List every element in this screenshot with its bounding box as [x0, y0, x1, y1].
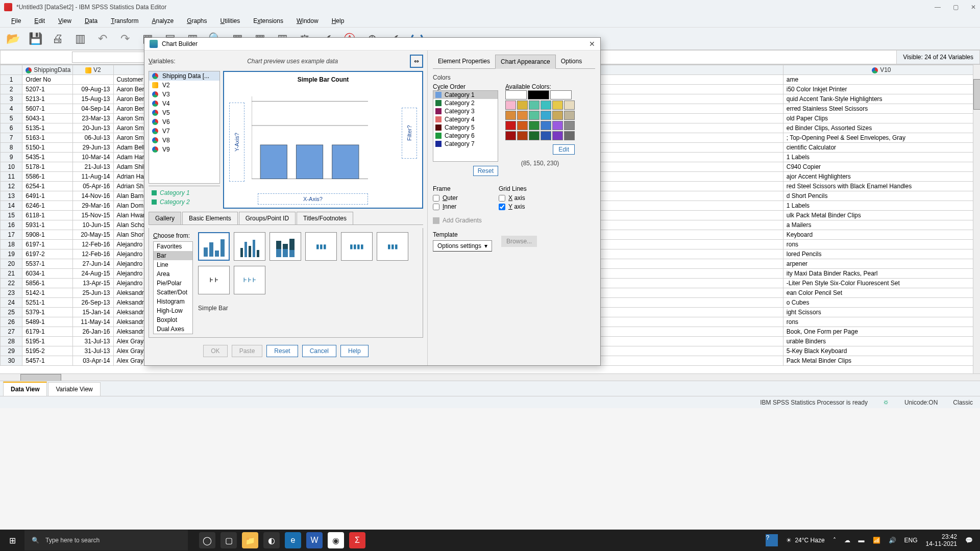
cell[interactable]: 15-Aug-13	[73, 94, 113, 104]
cycle-order-list[interactable]: Category 1Category 2Category 3Category 4…	[433, 90, 498, 162]
row-number[interactable]: 16	[1, 220, 22, 230]
cell[interactable]: Order No	[22, 75, 73, 85]
variables-list[interactable]: Shipping Data [...V2V3V4V5V6V7V8V9	[149, 71, 220, 184]
outer-frame-checkbox[interactable]: Outer	[433, 194, 458, 202]
vertical-scrollbar[interactable]	[973, 65, 980, 373]
x-axis-grid-checkbox[interactable]: X axis	[499, 194, 527, 202]
word-icon[interactable]: W	[306, 532, 323, 548]
palette-color[interactable]	[529, 131, 540, 140]
cell[interactable]: 31-Jul-13	[73, 337, 113, 346]
cell[interactable]: ulk Pack Metal Binder Clips	[783, 211, 979, 220]
cell[interactable]: d Short Pencils	[783, 191, 979, 201]
cell[interactable]: Pack Metal Binder Clips	[783, 356, 979, 366]
reset-button[interactable]: Reset	[266, 345, 298, 357]
menu-window[interactable]: Window	[290, 16, 325, 26]
row-number[interactable]: 8	[1, 143, 22, 153]
row-number[interactable]: 1	[1, 75, 22, 85]
cell[interactable]: 5195-2	[22, 346, 73, 356]
cell[interactable]: 14-Nov-16	[73, 191, 113, 201]
row-number[interactable]: 23	[1, 288, 22, 298]
weather-widget[interactable]: ☀24°C Haze	[786, 537, 824, 544]
cell[interactable]: 5856-1	[22, 279, 73, 288]
row-number[interactable]: 12	[1, 182, 22, 191]
inner-frame-checkbox[interactable]: Inner	[433, 203, 458, 210]
cell[interactable]: 5195-1	[22, 337, 73, 346]
open-file-icon[interactable]: 📂	[5, 31, 20, 46]
col-header-v2[interactable]: V2	[73, 65, 113, 75]
spss-icon[interactable]: Σ	[349, 532, 365, 548]
volume-icon[interactable]: 🔊	[889, 537, 896, 544]
palette-color[interactable]	[517, 111, 528, 120]
cell[interactable]: 1 Labels	[783, 201, 979, 211]
cell[interactable]: ed Binder Clips, Assorted Sizes	[783, 123, 979, 133]
close-button[interactable]: ✕	[971, 4, 976, 11]
cell[interactable]: ean Color Pencil Set	[783, 288, 979, 298]
cycle-category-item[interactable]: Category 4	[433, 115, 498, 123]
task-view-icon[interactable]: ◯	[199, 532, 215, 548]
cell[interactable]: 26-Sep-13	[73, 298, 113, 308]
palette-color[interactable]	[552, 101, 563, 110]
cycle-category-item[interactable]: Category 7	[433, 140, 498, 148]
language-indicator[interactable]: ENG	[904, 537, 918, 544]
cell[interactable]: 06-Jul-13	[73, 133, 113, 143]
tab-basic-elements[interactable]: Basic Elements	[182, 212, 238, 224]
cell[interactable]: C940 Copier	[783, 162, 979, 172]
palette-color[interactable]	[505, 90, 527, 99]
cell[interactable]: 26-Jan-16	[73, 327, 113, 337]
palette-color[interactable]	[552, 111, 563, 120]
cell[interactable]: a Mailers	[783, 220, 979, 230]
cell[interactable]	[73, 75, 113, 85]
cycle-category-item[interactable]: Category 6	[433, 132, 498, 140]
cell[interactable]: 5379-1	[22, 308, 73, 317]
cell[interactable]: 5-Key Black Keyboard	[783, 346, 979, 356]
palette-color[interactable]	[505, 121, 516, 130]
chart-type-item[interactable]: Histogram	[154, 297, 192, 306]
cell[interactable]: 5457-1	[22, 356, 73, 366]
variable-item[interactable]: V5	[149, 108, 219, 117]
palette-color[interactable]	[541, 121, 551, 130]
category-item[interactable]: Category 2	[152, 197, 217, 207]
cell[interactable]: ame	[783, 75, 979, 85]
tab-options[interactable]: Options	[556, 55, 587, 68]
cell[interactable]: 31-Jul-13	[73, 346, 113, 356]
col-header-shipping[interactable]: ShippingData	[22, 65, 73, 75]
onedrive-icon[interactable]: ☁	[844, 537, 850, 544]
cell[interactable]: 6491-1	[22, 191, 73, 201]
chrome-icon[interactable]: ◉	[328, 532, 344, 548]
row-number[interactable]: 11	[1, 172, 22, 182]
palette-color[interactable]	[552, 121, 563, 130]
cell[interactable]: ; Top-Opening Peel & Seel Envelopes, Gra…	[783, 133, 979, 143]
taskbar-search[interactable]: 🔍 Type here to search	[24, 530, 188, 550]
row-number[interactable]: 2	[1, 85, 22, 94]
start-button[interactable]: ⊞	[0, 536, 24, 545]
palette-color[interactable]	[528, 90, 549, 99]
tab-chart-appearance[interactable]: Chart Appearance	[495, 55, 556, 69]
palette-color[interactable]	[541, 111, 551, 120]
edge-icon[interactable]: e	[285, 532, 301, 548]
chart-type-item[interactable]: Boxplot	[154, 315, 192, 324]
cell[interactable]: 5142-1	[22, 288, 73, 298]
cancel-button[interactable]: Cancel	[302, 345, 336, 357]
cell[interactable]: 29-Mar-16	[73, 201, 113, 211]
cell[interactable]: rons	[783, 240, 979, 249]
chart-type-item[interactable]: Bar	[154, 251, 192, 260]
palette-color[interactable]	[564, 131, 575, 140]
row-number[interactable]: 19	[1, 249, 22, 259]
cell[interactable]: 15-Nov-15	[73, 211, 113, 220]
chart-type-item[interactable]: Dual Axes	[154, 324, 192, 334]
thumb-error-bar-1[interactable]: Ꮀ Ꮀ	[198, 266, 230, 294]
template-select[interactable]: Options settings▾	[433, 240, 492, 252]
cell[interactable]: cientific Calculator	[783, 143, 979, 153]
cell[interactable]: -Liter Pen Style Six-Color Fluorescent S…	[783, 279, 979, 288]
cell[interactable]: 5908-1	[22, 230, 73, 240]
tab-gallery[interactable]: Gallery	[149, 212, 181, 224]
assign-variables-button[interactable]: ⇔	[410, 55, 423, 68]
cell[interactable]: ajor Accent Highlighters	[783, 172, 979, 182]
chart-preview-canvas[interactable]: Simple Bar Count Y-Axis? Filter?	[223, 71, 423, 209]
cell[interactable]: 11-May-14	[73, 317, 113, 327]
cell[interactable]: 10-Mar-14	[73, 153, 113, 162]
row-number[interactable]: 3	[1, 94, 22, 104]
row-number[interactable]: 9	[1, 153, 22, 162]
cycle-category-item[interactable]: Category 3	[433, 107, 498, 115]
cell[interactable]: red Steel Scissors with Black Enamel Han…	[783, 182, 979, 191]
